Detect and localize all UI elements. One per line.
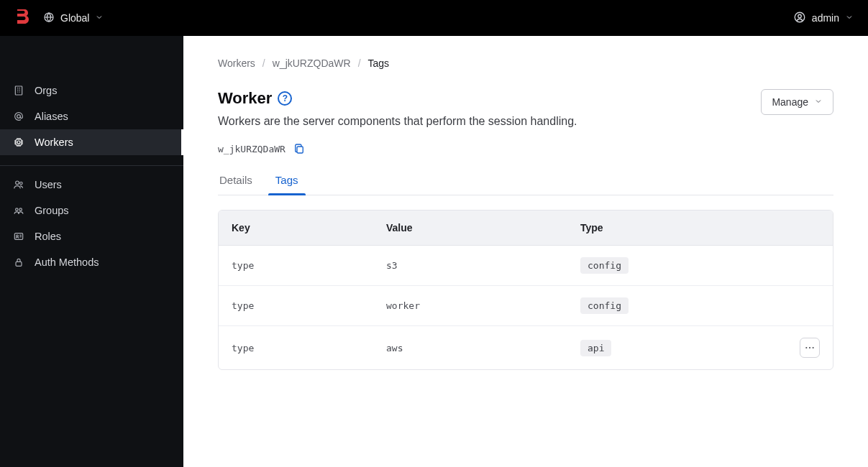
- cell-key: type: [219, 326, 373, 370]
- copy-icon[interactable]: [293, 142, 306, 155]
- cell-value: aws: [373, 326, 567, 370]
- table-row: typeawsapi: [219, 326, 833, 370]
- svg-point-7: [16, 181, 19, 185]
- globe-icon: [43, 11, 55, 25]
- more-horizontal-icon: [804, 342, 816, 353]
- svg-point-15: [805, 347, 807, 348]
- sidebar-item-aliases[interactable]: Aliases: [0, 103, 183, 129]
- cpu-icon: [13, 137, 24, 148]
- column-header-type: Type: [567, 211, 775, 246]
- svg-rect-14: [297, 147, 303, 153]
- app-logo[interactable]: [14, 8, 30, 28]
- top-nav: Global admin: [0, 0, 868, 36]
- svg-point-6: [17, 141, 20, 144]
- chevron-down-icon: [845, 12, 854, 24]
- cell-value: s3: [373, 246, 567, 286]
- tab-list: Details Tags: [218, 168, 833, 195]
- table-row: typeworkerconfig: [219, 286, 833, 326]
- svg-point-8: [20, 182, 22, 184]
- group-icon: [13, 205, 24, 216]
- sidebar-item-label: Auth Methods: [35, 256, 99, 268]
- column-header-value: Value: [373, 211, 567, 246]
- breadcrumb-worker-id[interactable]: w_jkURZQDaWR: [273, 57, 351, 69]
- sidebar-item-users[interactable]: Users: [0, 172, 183, 198]
- breadcrumb-separator: /: [262, 57, 265, 69]
- tags-table: Key Value Type types3configtypeworkercon…: [218, 210, 833, 370]
- breadcrumb-current: Tags: [368, 57, 390, 69]
- sidebar-item-label: Roles: [35, 231, 61, 242]
- chevron-down-icon: [814, 96, 823, 108]
- svg-point-10: [19, 208, 22, 211]
- main-content: Workers / w_jkURZQDaWR / Tags Worker ? W…: [183, 36, 868, 467]
- table-row: types3config: [219, 246, 833, 286]
- cell-type: config: [567, 246, 775, 286]
- manage-button[interactable]: Manage: [761, 89, 833, 115]
- worker-id-text: w_jkURZQDaWR: [218, 144, 285, 154]
- users-icon: [13, 179, 24, 190]
- svg-rect-5: [16, 139, 22, 145]
- sidebar-item-label: Aliases: [35, 111, 68, 122]
- svg-point-17: [813, 347, 814, 348]
- sidebar-item-auth[interactable]: Auth Methods: [0, 249, 183, 275]
- page-description: Workers are the server components that p…: [218, 115, 577, 128]
- chevron-down-icon: [95, 12, 104, 24]
- user-menu[interactable]: admin: [793, 11, 854, 26]
- cell-actions: [775, 246, 833, 286]
- breadcrumb-workers[interactable]: Workers: [218, 57, 255, 69]
- sidebar-item-orgs[interactable]: Orgs: [0, 78, 183, 103]
- sidebar-item-groups[interactable]: Groups: [0, 198, 183, 223]
- user-label: admin: [812, 12, 839, 24]
- tab-tags[interactable]: Tags: [274, 168, 300, 195]
- cell-type: config: [567, 286, 775, 326]
- svg-point-2: [798, 14, 802, 18]
- breadcrumb-separator: /: [358, 57, 361, 69]
- type-badge: api: [580, 340, 611, 356]
- svg-rect-13: [16, 262, 22, 266]
- sidebar-item-label: Workers: [35, 137, 73, 148]
- svg-rect-3: [15, 86, 22, 95]
- sidebar-item-roles[interactable]: Roles: [0, 223, 183, 249]
- column-header-actions: [775, 211, 833, 246]
- row-actions-button[interactable]: [800, 338, 820, 358]
- svg-point-9: [16, 208, 18, 211]
- sidebar-item-label: Groups: [35, 205, 69, 216]
- tab-details[interactable]: Details: [218, 168, 254, 195]
- type-badge: config: [580, 297, 629, 314]
- breadcrumb: Workers / w_jkURZQDaWR / Tags: [218, 57, 833, 69]
- page-title: Worker: [218, 89, 272, 108]
- sidebar-item-label: Orgs: [35, 85, 57, 96]
- sidebar-item-label: Users: [35, 179, 62, 190]
- svg-point-16: [809, 347, 810, 348]
- svg-rect-11: [14, 234, 22, 240]
- svg-point-1: [795, 12, 805, 22]
- cell-value: worker: [373, 286, 567, 326]
- svg-point-12: [17, 235, 19, 237]
- lock-icon: [13, 256, 24, 268]
- cell-actions: [775, 286, 833, 326]
- cell-actions: [775, 326, 833, 370]
- id-icon: [13, 231, 24, 242]
- building-icon: [13, 85, 24, 96]
- scope-label: Global: [60, 12, 89, 24]
- manage-button-label: Manage: [772, 96, 808, 108]
- user-icon: [793, 11, 806, 26]
- svg-point-4: [17, 115, 21, 119]
- column-header-key: Key: [219, 211, 373, 246]
- scope-switcher[interactable]: Global: [43, 11, 104, 25]
- divider: [0, 165, 183, 166]
- cell-type: api: [567, 326, 775, 370]
- sidebar: Orgs Aliases Workers Users Groups: [0, 36, 183, 467]
- help-icon[interactable]: ?: [278, 91, 292, 106]
- type-badge: config: [580, 257, 629, 274]
- at-icon: [13, 111, 24, 122]
- cell-key: type: [219, 246, 373, 286]
- cell-key: type: [219, 286, 373, 326]
- sidebar-item-workers[interactable]: Workers: [0, 129, 183, 155]
